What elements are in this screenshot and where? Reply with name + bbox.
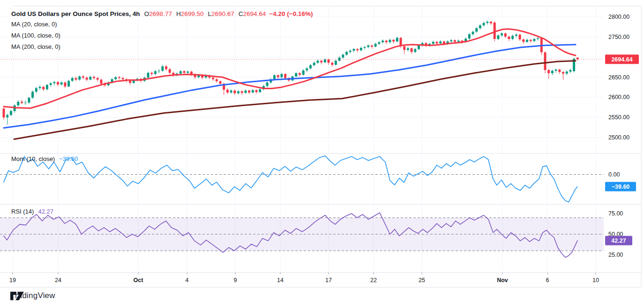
ma20-legend-row[interactable]: MA (20, close, 0) [11,21,313,28]
svg-text:14: 14 [277,277,284,284]
svg-text:2750.00: 2750.00 [608,34,629,40]
ohlc-high-value: 2699.50 [181,10,204,17]
svg-text:0.00: 0.00 [608,171,620,178]
ohlc-low-label: L [208,10,211,17]
svg-text:4: 4 [186,277,189,284]
ohlc-high-label: H [176,10,181,17]
svg-text:Nov: Nov [497,277,508,284]
svg-text:2800.00: 2800.00 [608,14,629,20]
ma200-legend-row[interactable]: MA (200, close, 0) [11,43,313,50]
svg-text:19: 19 [9,277,16,284]
tradingview-chart: 2800.002750.002650.002600.002550.002500.… [0,0,644,307]
svg-text:25: 25 [419,277,425,284]
svg-text:10: 10 [592,277,599,284]
momentum-value-badge: −39.60 [605,182,636,192]
price-axis[interactable]: 2800.002750.002650.002600.002550.002500.… [608,14,629,258]
ohlc-close-label: C [239,10,243,17]
svg-text:22: 22 [370,277,377,284]
svg-text:2650.00: 2650.00 [608,74,629,81]
momentum-legend-row[interactable]: Mom (10, close)−39.60 [11,155,78,162]
svg-text:42.27: 42.27 [611,238,626,244]
svg-text:24: 24 [55,277,61,284]
momentum-line [4,156,577,202]
rsi-label: RSI (14) [11,208,34,215]
rsi-value-badge: 42.27 [605,236,632,246]
time-axis[interactable]: 1924Oct4914172225Nov610 [9,273,599,284]
symbol-legend-row[interactable]: Gold US Dollars per Ounce Spot Prices, 4… [11,10,313,17]
svg-text:25.00: 25.00 [608,252,623,258]
tradingview-logo-icon [10,291,24,301]
ohlc-close-value: 2694.64 [243,10,266,17]
svg-text:2694.64: 2694.64 [611,56,632,63]
svg-text:9: 9 [234,277,237,284]
ma100-legend-row[interactable]: MA (100, close, 0) [11,32,313,39]
momentum-label: Mom (10, close) [11,155,55,162]
svg-text:−39.60: −39.60 [612,184,630,190]
svg-text:6: 6 [546,277,549,284]
svg-text:2600.00: 2600.00 [608,94,629,100]
tradingview-watermark[interactable]: TradingView [10,291,55,300]
ohlc-open-label: O [144,10,150,17]
ohlc-open-value: 2698.77 [149,10,172,17]
change-value: −4.20 (−0.16%) [269,10,313,17]
svg-text:Oct: Oct [134,277,144,284]
svg-text:75.00: 75.00 [608,210,623,217]
rsi-legend-row[interactable]: RSI (14)42.27 [11,208,53,215]
rsi-value: 42.27 [38,208,53,215]
svg-text:17: 17 [325,277,332,284]
symbol-title: Gold US Dollars per Ounce Spot Prices, 4… [11,10,140,17]
legend: Gold US Dollars per Ounce Spot Prices, 4… [11,10,313,54]
svg-text:2500.00: 2500.00 [608,134,629,141]
last-price-badge: 2694.64 [605,54,639,64]
svg-text:2550.00: 2550.00 [608,114,629,121]
momentum-value: −39.60 [59,155,78,162]
ohlc-low-value: 2690.67 [211,10,234,17]
